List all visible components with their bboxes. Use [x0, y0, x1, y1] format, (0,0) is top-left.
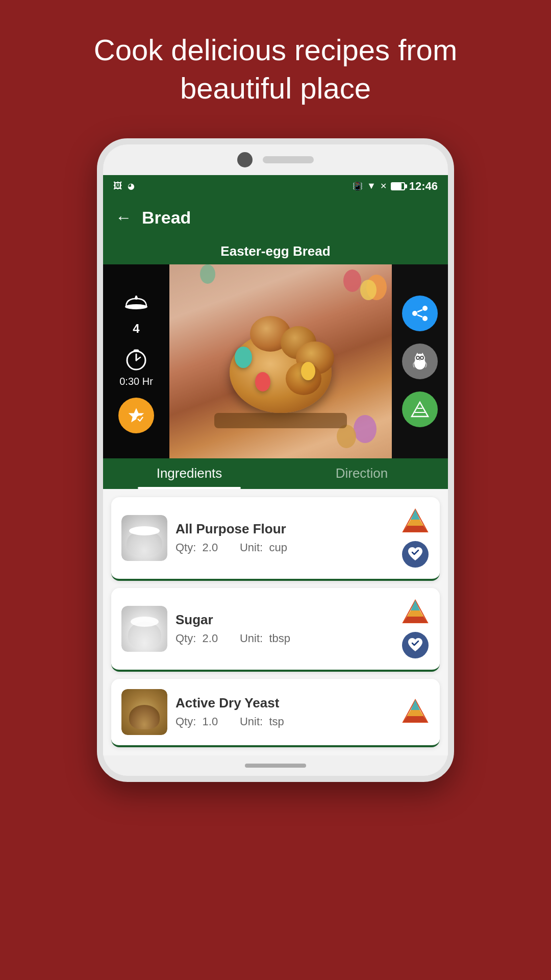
svg-marker-39	[403, 617, 428, 623]
app-bar-title: Bread	[142, 208, 191, 228]
svg-point-11	[412, 311, 417, 316]
status-time: 12:46	[409, 180, 438, 193]
svg-rect-1	[130, 307, 143, 309]
back-button[interactable]: ←	[115, 208, 132, 227]
favorite-button[interactable]	[118, 398, 154, 433]
svg-point-9	[136, 415, 143, 423]
serving-count: 4	[133, 322, 139, 336]
recipe-header: Easter-egg Bread	[103, 238, 448, 489]
flour-image	[121, 515, 167, 561]
page-tagline: Cook delicious recipes from beautiful pl…	[0, 0, 551, 128]
svg-point-21	[417, 357, 419, 359]
image-status-icon: 🖼	[113, 181, 122, 191]
ingredient-name-yeast: Active Dry Yeast	[176, 695, 393, 711]
vibrate-icon: 📳	[353, 181, 363, 191]
food-pyramid-icon	[401, 698, 430, 726]
ingredient-details-yeast: Active Dry Yeast Qty: 1.0 Unit: tsp	[176, 695, 393, 728]
nutrition-pyramid-button[interactable]	[402, 391, 438, 427]
battery-icon	[391, 182, 405, 190]
learn-button[interactable]	[402, 344, 438, 379]
recipe-name: Easter-egg Bread	[103, 238, 448, 264]
ingredient-icons-yeast	[401, 698, 430, 726]
ingredient-qty-flour: Qty: 2.0 Unit: cup	[176, 541, 393, 554]
svg-rect-7	[134, 350, 139, 352]
ingredient-card: Active Dry Yeast Qty: 1.0 Unit: tsp	[111, 679, 440, 747]
tab-direction[interactable]: Direction	[276, 458, 448, 489]
share-button[interactable]	[402, 296, 438, 331]
tabs-bar: Ingredients Direction	[103, 458, 448, 489]
recipe-image	[169, 264, 392, 458]
ingredients-list: All Purpose Flour Qty: 2.0 Unit: cup	[103, 489, 448, 755]
svg-rect-3	[135, 296, 137, 299]
ingredient-qty-yeast: Qty: 1.0 Unit: tsp	[176, 715, 393, 728]
svg-line-14	[417, 315, 422, 317]
ingredient-card: Sugar Qty: 2.0 Unit: tbsp	[111, 588, 440, 672]
sugar-image	[121, 606, 167, 652]
ingredient-icons-sugar	[401, 598, 430, 659]
svg-line-13	[417, 310, 422, 312]
side-panel-right	[392, 264, 448, 458]
ingredient-details-flour: All Purpose Flour Qty: 2.0 Unit: cup	[176, 521, 393, 554]
time-label: 0:30 Hr	[119, 376, 153, 387]
ingredient-details-sugar: Sugar Qty: 2.0 Unit: tbsp	[176, 612, 393, 645]
app-bar: ← Bread	[103, 198, 448, 238]
ingredient-qty-sugar: Qty: 2.0 Unit: tbsp	[176, 632, 393, 645]
ingredient-card: All Purpose Flour Qty: 2.0 Unit: cup	[111, 497, 440, 581]
food-pyramid-icon	[401, 507, 430, 536]
signal-off-icon: ✕	[380, 181, 387, 191]
health-heart-icon	[401, 540, 430, 569]
phone-screen: 🖼 ◕ 📳 ▼ ✕ 12:46 ←	[103, 175, 448, 755]
serving-info: 4	[121, 289, 152, 336]
status-bar: 🖼 ◕ 📳 ▼ ✕ 12:46	[103, 175, 448, 198]
svg-point-22	[421, 357, 423, 359]
svg-point-10	[422, 306, 428, 311]
ingredient-name-flour: All Purpose Flour	[176, 521, 393, 537]
side-panel-left: 4	[103, 264, 169, 458]
wifi-icon: ▼	[367, 181, 376, 191]
phone-mockup: 🖼 ◕ 📳 ▼ ✕ 12:46 ←	[0, 128, 551, 782]
tab-ingredients[interactable]: Ingredients	[103, 458, 276, 489]
health-heart-icon	[401, 631, 430, 659]
svg-marker-46	[403, 716, 428, 722]
food-pyramid-icon	[401, 598, 430, 627]
phone-camera	[237, 152, 253, 167]
serving-icon	[121, 289, 152, 320]
svg-marker-24	[412, 402, 428, 416]
ingredient-name-sugar: Sugar	[176, 612, 393, 628]
phone-bezel-top	[103, 144, 448, 175]
time-info: 0:30 Hr	[119, 346, 153, 387]
home-indicator[interactable]	[245, 764, 306, 768]
recipe-content-area: 4	[103, 264, 448, 458]
moon-status-icon: ◕	[128, 181, 135, 191]
ingredient-icons-flour	[401, 507, 430, 569]
phone-speaker	[263, 156, 314, 163]
phone-frame: 🖼 ◕ 📳 ▼ ✕ 12:46 ←	[97, 138, 454, 782]
phone-bezel-bottom	[103, 755, 448, 776]
svg-point-12	[422, 316, 428, 321]
svg-marker-32	[403, 526, 428, 532]
timer-icon	[123, 346, 149, 374]
yeast-image	[121, 689, 167, 735]
status-icons-group: 📳 ▼ ✕ 12:46	[353, 180, 438, 193]
